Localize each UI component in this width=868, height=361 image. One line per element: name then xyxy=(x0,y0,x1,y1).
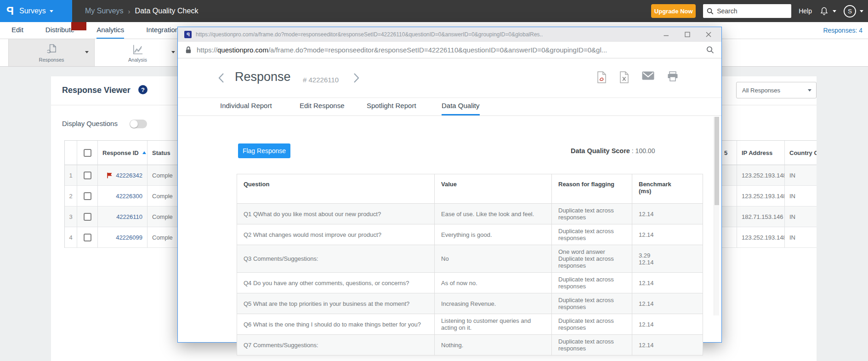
account-menu[interactable]: S xyxy=(844,5,863,17)
print-icon[interactable] xyxy=(667,71,678,83)
tab-distribute[interactable]: Distribute xyxy=(45,22,74,39)
question-cell: Q2 What changes would most improve our p… xyxy=(237,224,435,245)
row-checkbox-cell xyxy=(77,165,98,186)
response-id-link[interactable]: 42226342 xyxy=(98,165,148,186)
search-input[interactable] xyxy=(717,7,786,15)
column-header-response-id[interactable]: Response ID xyxy=(98,141,148,165)
country-cell: IN xyxy=(785,165,817,186)
scrollbar-thumb[interactable] xyxy=(715,117,719,205)
row-number: 3 xyxy=(65,206,77,227)
data-quality-score: Data Quality Score : 100.00 xyxy=(571,147,655,155)
address-bar[interactable]: https://questionpro.com/a/frame.do?mode=… xyxy=(178,42,721,58)
breadcrumb-separator-icon: › xyxy=(128,7,130,15)
question-cell: Q1 QWhat do you like most about our new … xyxy=(237,204,435,224)
response-id-link[interactable]: 42226099 xyxy=(98,227,148,248)
column-header-rownum xyxy=(65,141,77,165)
row-checkbox[interactable] xyxy=(84,213,91,221)
partial-cell xyxy=(720,165,737,186)
avatar-initial: S xyxy=(848,8,852,15)
maximize-icon[interactable] xyxy=(685,32,690,37)
responses-table-right: 5 IP Address Country Co 123.252.193.148 … xyxy=(719,140,817,248)
column-header-partial: 5 xyxy=(720,141,737,165)
question-cell: Q3 Comments/Suggestions: xyxy=(237,245,435,273)
notifications-bell-icon[interactable] xyxy=(819,6,836,16)
questionpro-logo-icon: P xyxy=(6,6,14,17)
question-cell: Q6 What is the one thing I should do to … xyxy=(237,314,435,335)
partial-cell xyxy=(720,227,737,248)
responses-count[interactable]: Responses: 4 xyxy=(823,22,862,39)
zoom-icon[interactable] xyxy=(706,46,714,54)
reason-cell: Duplicate text across responses xyxy=(552,314,632,335)
response-id-link[interactable]: 42226110 xyxy=(98,206,148,227)
value-cell: Increasing Revenue. xyxy=(435,293,552,314)
tab-data-quality[interactable]: Data Quality xyxy=(442,98,480,115)
tab-integration[interactable]: Integration xyxy=(146,22,179,39)
chevron-down-icon xyxy=(85,51,89,53)
analysis-chart-icon xyxy=(131,43,144,56)
value-cell: Everything is good. xyxy=(435,224,552,245)
lock-icon xyxy=(185,46,192,54)
tab-edit[interactable]: Edit xyxy=(11,22,23,39)
window-title-url: https://questionpro.com/a/frame.do?mode=… xyxy=(196,31,658,38)
help-icon[interactable]: ? xyxy=(138,85,148,94)
row-checkbox[interactable] xyxy=(84,234,91,241)
tab-individual-report[interactable]: Individual Report xyxy=(220,98,272,115)
row-number: 1 xyxy=(65,165,77,186)
table-row: Q2 What changes would most improve our p… xyxy=(237,224,703,245)
select-all-checkbox[interactable] xyxy=(84,149,91,157)
export-pdf-icon[interactable] xyxy=(597,71,607,83)
benchmark-cell: 3.29 12.14 xyxy=(632,245,703,273)
ip-cell: 123.252.193.148 xyxy=(737,186,785,206)
chevron-down-icon xyxy=(860,10,863,12)
chevron-down-icon xyxy=(833,10,836,12)
toolbar-tab-responses[interactable]: Responses xyxy=(8,39,95,66)
table-row: Q4 Do you have any other comments, quest… xyxy=(237,273,703,293)
all-responses-dropdown[interactable]: All Responses xyxy=(736,82,817,98)
responses-document-icon xyxy=(45,43,58,56)
breadcrumb-my-surveys[interactable]: My Surveys xyxy=(85,7,124,15)
country-cell: IN xyxy=(785,206,817,227)
help-link[interactable]: Help xyxy=(799,7,812,15)
chevron-down-icon xyxy=(171,51,175,53)
report-tabs: Individual Report Edit Response Spotligh… xyxy=(178,98,721,116)
country-cell: IN xyxy=(785,227,817,248)
close-icon[interactable] xyxy=(706,32,711,37)
column-header-checkbox xyxy=(77,141,98,165)
flag-response-button[interactable]: Flag Response xyxy=(238,143,290,158)
reason-cell: Duplicate text across responses xyxy=(552,204,632,224)
row-checkbox[interactable] xyxy=(84,172,91,179)
toolbar-tab-analysis[interactable]: Analysis xyxy=(95,39,181,66)
table-row: Q5 What are the top priorities in your b… xyxy=(237,293,703,314)
upgrade-now-button[interactable]: Upgrade Now xyxy=(651,4,696,18)
previous-response-icon[interactable] xyxy=(218,73,224,83)
avatar[interactable]: S xyxy=(844,5,856,17)
response-title: Response xyxy=(235,70,291,84)
reason-cell: Duplicate text across responses xyxy=(552,273,632,293)
chevron-down-icon xyxy=(808,89,811,92)
search-icon xyxy=(707,8,714,15)
window-content: Response # 42226110 xyxy=(178,58,721,342)
tab-analytics[interactable]: Analytics xyxy=(96,22,124,39)
header-benchmark: Benchmark (ms) xyxy=(632,174,703,204)
tab-edit-response[interactable]: Edit Response xyxy=(300,98,345,115)
value-cell: Ease of use. Like the look and feel. xyxy=(435,204,552,224)
row-checkbox[interactable] xyxy=(84,192,91,200)
brand-surveys-menu[interactable]: P Surveys xyxy=(0,0,72,22)
row-number: 2 xyxy=(65,186,77,206)
window-title-bar[interactable]: P https://questionpro.com/a/frame.do?mod… xyxy=(178,27,721,42)
search-box[interactable] xyxy=(703,4,791,18)
email-icon[interactable] xyxy=(642,71,654,83)
next-response-icon[interactable] xyxy=(353,73,359,83)
display-questions-toggle[interactable] xyxy=(130,120,147,128)
export-excel-icon[interactable] xyxy=(619,71,629,83)
benchmark-cell: 12.14 xyxy=(632,293,703,314)
screen: P Surveys My Surveys › Data Quality Chec… xyxy=(0,0,868,361)
minimize-icon[interactable] xyxy=(664,32,669,37)
scrollbar-track[interactable] xyxy=(714,117,719,315)
response-id-link[interactable]: 42226300 xyxy=(98,186,148,206)
response-editor-window: P https://questionpro.com/a/frame.do?mod… xyxy=(177,27,722,343)
value-cell: Nothing. xyxy=(435,335,552,355)
tab-spotlight-report[interactable]: Spotlight Report xyxy=(367,98,416,115)
row-number: 4 xyxy=(65,227,77,248)
data-quality-table: Question Value Reason for flagging Bench… xyxy=(237,174,703,355)
